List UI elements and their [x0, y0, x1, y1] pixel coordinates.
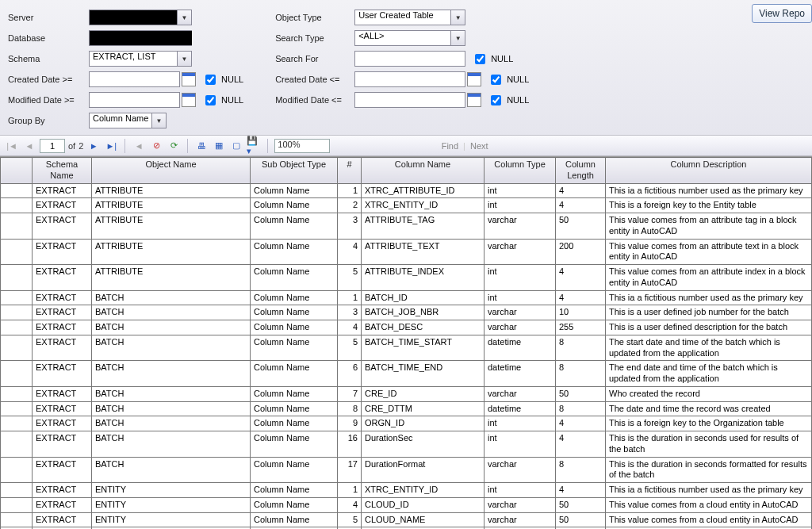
table-row[interactable]: EXTRACTBATCHColumn Name7CRE_IDvarchar50W… [1, 386, 812, 401]
table-row[interactable]: EXTRACTBATCHColumn Name6BATCH_TIME_ENDda… [1, 361, 812, 387]
created-gte-null[interactable]: NULL [202, 72, 243, 87]
table-row[interactable]: EXTRACTBATCHColumn Name8CRE_DTTMdatetime… [1, 401, 812, 416]
calendar-icon[interactable] [182, 93, 196, 107]
calendar-icon[interactable] [467, 93, 481, 107]
schema-value: EXTRACT, LIST [93, 52, 155, 61]
clen-cell: 10 [556, 305, 606, 320]
print-button[interactable]: 🖶 [194, 139, 209, 153]
modified-gte-input[interactable] [89, 92, 180, 108]
first-page-button[interactable]: |◄ [5, 139, 19, 153]
search-type-value: <ALL> [358, 31, 384, 40]
num-cell: 9 [338, 416, 362, 431]
null-text: NULL [507, 95, 529, 105]
created-lte-null[interactable]: NULL [488, 72, 529, 87]
page-setup-button[interactable]: ▢ [229, 139, 243, 153]
table-row[interactable]: EXTRACTATTRIBUTEColumn Name2XTRC_ENTITY_… [1, 198, 812, 213]
clen-cell: 4 [556, 483, 606, 498]
modified-lte-input[interactable] [354, 92, 465, 108]
cdesc-cell: The end date and time of the batch which… [606, 361, 812, 387]
created-lte-input[interactable] [354, 71, 465, 87]
back-button[interactable]: ◄ [132, 139, 146, 153]
export-button[interactable]: 💾▾ [247, 139, 261, 153]
gutter-cell [1, 183, 33, 198]
cdesc-cell: Who created the record [606, 386, 812, 401]
object-type-value: User Created Table [358, 10, 434, 20]
stop-button[interactable]: ⊘ [149, 139, 163, 153]
table-row[interactable]: EXTRACTENTITYColumn Name1XTRC_ENTITY_IDi… [1, 483, 812, 498]
search-for-null[interactable]: NULL [472, 52, 513, 67]
schema-header[interactable]: Schema Name [33, 158, 92, 184]
zoom-dropdown[interactable]: 100% [274, 139, 330, 153]
sub-cell: Column Name [251, 183, 338, 198]
clen-cell: 50 [556, 512, 606, 527]
colname-cell: ATTRIBUTE_INDEX [362, 265, 485, 291]
object-type-dropdown[interactable]: User Created Table▼ [354, 10, 465, 25]
num-cell: 1 [338, 483, 362, 498]
layout-button[interactable]: ▦ [212, 139, 226, 153]
table-row[interactable]: EXTRACTATTRIBUTEColumn Name1XTRC_ATTRIBU… [1, 183, 812, 198]
sub-header[interactable]: Sub Object Type [251, 158, 338, 184]
table-row[interactable]: EXTRACTATTRIBUTEColumn Name3ATTRIBUTE_TA… [1, 213, 812, 240]
database-dropdown[interactable] [89, 30, 192, 46]
colname-cell: CLOUD_NAME [362, 512, 485, 527]
ctype-cell: datetime [485, 401, 556, 416]
colname-cell: XTRC_ENTITY_ID [362, 198, 485, 213]
sub-cell: Column Name [251, 290, 338, 305]
table-row[interactable]: EXTRACTBATCHColumn Name1BATCH_IDint4This… [1, 290, 812, 305]
colname-cell: ORGN_ID [362, 416, 485, 431]
results-table: Schema Name Object Name Sub Object Type … [0, 157, 812, 529]
server-dropdown[interactable]: ▼ [89, 10, 192, 25]
results-table-wrap[interactable]: Schema Name Object Name Sub Object Type … [0, 156, 812, 529]
ctype-cell: int [485, 431, 556, 458]
schema-cell: EXTRACT [33, 401, 92, 416]
next-link[interactable]: Next [470, 141, 488, 151]
page-input[interactable] [40, 139, 65, 153]
modified-lte-null[interactable]: NULL [488, 93, 529, 108]
table-row[interactable]: EXTRACTENTITYColumn Name5CLOUD_NAMEvarch… [1, 512, 812, 527]
table-row[interactable]: EXTRACTBATCHColumn Name17DurationFormatv… [1, 457, 812, 483]
ctype-cell: datetime [485, 335, 556, 361]
table-row[interactable]: EXTRACTBATCHColumn Name9ORGN_IDint4This … [1, 416, 812, 431]
view-report-button[interactable]: View Repo [752, 4, 812, 23]
search-type-dropdown[interactable]: <ALL>▼ [354, 30, 465, 46]
database-label: Database [8, 33, 89, 43]
pages-label: 2 [79, 141, 83, 151]
next-page-button[interactable]: ► [86, 139, 101, 153]
table-row[interactable]: EXTRACTBATCHColumn Name3BATCH_JOB_NBRvar… [1, 305, 812, 320]
object-cell: BATCH [92, 416, 251, 431]
colname-header[interactable]: Column Name [362, 158, 485, 184]
groupby-dropdown[interactable]: Column Name▼ [89, 113, 167, 128]
groupby-label: Group By [8, 116, 89, 125]
clen-header[interactable]: Column Length [556, 158, 606, 184]
created-gte-input[interactable] [89, 71, 180, 87]
schema-cell: EXTRACT [33, 320, 92, 335]
colname-cell: DurationFormat [362, 457, 485, 483]
cdesc-cell: This is the duration in seconds used for… [606, 431, 812, 458]
prev-page-button[interactable]: ◄ [22, 139, 36, 153]
find-link[interactable]: Find [442, 141, 458, 151]
object-header[interactable]: Object Name [92, 158, 251, 184]
cdesc-cell: This ia a fictitious number used as the … [606, 290, 812, 305]
last-page-button[interactable]: ►| [104, 139, 118, 153]
table-row[interactable]: EXTRACTATTRIBUTEColumn Name5ATTRIBUTE_IN… [1, 265, 812, 291]
schema-cell: EXTRACT [33, 213, 92, 240]
colname-cell: XTRC_ATTRIBUTE_ID [362, 183, 485, 198]
ctype-header[interactable]: Column Type [485, 158, 556, 184]
table-row[interactable]: EXTRACTENTITYColumn Name4CLOUD_IDvarchar… [1, 497, 812, 512]
search-for-input[interactable] [354, 51, 465, 67]
table-row[interactable]: EXTRACTBATCHColumn Name5BATCH_TIME_START… [1, 335, 812, 361]
num-cell: 3 [338, 213, 362, 240]
cdesc-header[interactable]: Column Description [606, 158, 812, 184]
object-cell: BATCH [92, 386, 251, 401]
num-header[interactable]: # [338, 158, 362, 184]
schema-dropdown[interactable]: EXTRACT, LIST▼ [89, 51, 192, 67]
table-row[interactable]: EXTRACTATTRIBUTEColumn Name4ATTRIBUTE_TE… [1, 239, 812, 265]
table-row[interactable]: EXTRACTBATCHColumn Name16DurationSecint4… [1, 431, 812, 458]
table-row[interactable]: EXTRACTBATCHColumn Name4BATCH_DESCvarcha… [1, 320, 812, 335]
gutter-cell [1, 290, 33, 305]
modified-gte-null[interactable]: NULL [202, 93, 243, 108]
calendar-icon[interactable] [182, 72, 196, 86]
refresh-button[interactable]: ⟳ [167, 139, 181, 153]
calendar-icon[interactable] [467, 72, 481, 86]
sub-cell: Column Name [251, 239, 338, 265]
